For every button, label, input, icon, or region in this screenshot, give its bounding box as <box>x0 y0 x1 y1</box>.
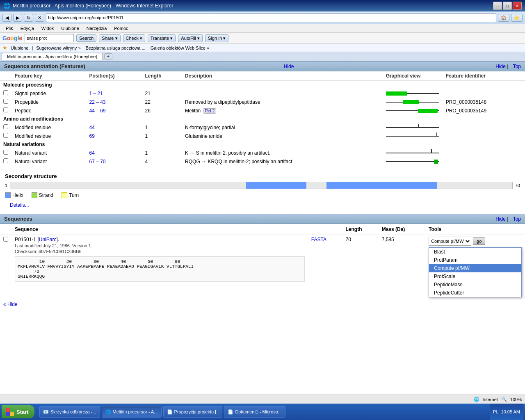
nat-variant-67-70-graph <box>383 157 443 166</box>
features-hide-link2[interactable]: Hide <box>495 64 506 69</box>
maximize-button[interactable]: □ <box>503 2 512 10</box>
dropdown-blast[interactable]: Blast <box>429 248 521 256</box>
email-link[interactable]: Bezpłatna usługa pocztowa ... <box>84 45 147 51</box>
table-row: Modified residue 69 1 Glutamine amide <box>0 132 525 140</box>
seq-checksum: Checksum: 607F52C091C23BB6 <box>15 249 305 254</box>
sequences-section-header: Sequences Hide | Top <box>0 214 525 224</box>
mod-residue-44-pos[interactable]: 44 <box>89 125 94 130</box>
details-link[interactable]: Details... <box>5 201 520 210</box>
dropdown-peptidemass[interactable]: PeptideMass <box>429 281 521 289</box>
mod-residue-69-graph <box>383 132 443 140</box>
check-button[interactable]: Check ▾ <box>123 34 145 42</box>
uniparc-link[interactable]: UniParc <box>39 237 57 242</box>
dropdown-compute-pi[interactable]: Compute pI/MW <box>429 264 521 272</box>
seq-id: P01501-1 [ <box>15 237 39 242</box>
propeptide-pos[interactable]: 22 – 43 <box>89 99 105 105</box>
mod-residue-44-checkbox[interactable] <box>3 124 8 129</box>
forward-button[interactable]: ▶ <box>13 14 22 22</box>
autofill-button[interactable]: AutoFill ▾ <box>178 34 203 42</box>
menu-narzedzia[interactable]: Narzędzia <box>83 25 110 32</box>
menu-widok[interactable]: Widok <box>38 25 57 32</box>
strand-legend: Strand <box>32 192 53 198</box>
webslice-link[interactable]: Galeria obiektów Web Slice » <box>149 45 211 51</box>
peptide-key: Peptide <box>11 106 86 115</box>
favorites-link[interactable]: Ulubione <box>9 45 30 51</box>
mod-residue-69-pos[interactable]: 69 <box>89 133 94 139</box>
new-tab-button[interactable]: + <box>104 53 112 59</box>
home-button[interactable]: 🏠 <box>498 14 509 22</box>
sequences-top-link[interactable]: Top <box>513 216 521 222</box>
signal-peptide-id <box>443 89 525 98</box>
suggested-sites-link[interactable]: Sugerowane witryny » <box>34 45 82 51</box>
ie-logo: 🌐 <box>3 2 10 9</box>
dropdown-protparam[interactable]: ProtParam <box>429 256 521 264</box>
minimize-button[interactable]: ─ <box>493 2 502 10</box>
col-checkbox <box>0 71 11 81</box>
nat-variant-67-70-checkbox[interactable] <box>3 158 8 163</box>
window-controls: ─ □ ✕ <box>493 2 522 10</box>
tools-dropdown: Blast ProtParam Compute pI/MW ProtScale … <box>429 247 522 297</box>
features-title: Sequence annotation (Features) <box>4 63 85 69</box>
tools-select[interactable]: Blast ProtParam Compute pI/MW ProtScale … <box>429 237 471 246</box>
sequences-hide-link[interactable]: Hide <box>495 216 506 222</box>
signal-peptide-len: 21 <box>142 89 182 98</box>
tools-go-button[interactable]: go <box>473 237 485 245</box>
nat-variant-64-desc: K → S in melittin 2; possibly an artifac… <box>182 148 383 157</box>
title-bar-title: 🌐 Melittin precursor - Apis mellifera (H… <box>3 2 173 9</box>
fasta-link[interactable]: FASTA <box>311 237 326 242</box>
helix-color-box <box>5 192 11 198</box>
menu-ulubione[interactable]: Ulubione <box>58 25 82 32</box>
signal-peptide-pos[interactable]: 1 – 21 <box>89 91 103 96</box>
tab-melittin[interactable]: Melittin precursor - Apis mellifera (Hon… <box>2 53 103 60</box>
nat-variant-64-pos[interactable]: 64 <box>89 150 94 156</box>
title-bar: 🌐 Melittin precursor - Apis mellifera (H… <box>0 0 525 11</box>
features-hide-link[interactable]: Hide <box>284 64 294 69</box>
back-button[interactable]: ◀ <box>2 14 11 22</box>
signal-peptide-graph <box>383 89 443 98</box>
features-top-link[interactable]: Top <box>513 64 521 69</box>
mod-residue-44-id <box>443 123 525 132</box>
table-row: P01501-1 [UniParc]. Last modified July 2… <box>0 235 525 299</box>
mod-residue-44-len: 1 <box>142 123 182 132</box>
signal-peptide-checkbox[interactable] <box>3 90 8 95</box>
google-search-input[interactable]: swiss prot <box>25 34 74 42</box>
refresh-button[interactable]: ↻ <box>24 14 33 22</box>
propeptide-checkbox[interactable] <box>3 99 8 104</box>
peptide-checkbox[interactable] <box>3 107 8 112</box>
stop-button[interactable]: ✕ <box>35 14 44 22</box>
favorites-star-icon: ★ <box>2 45 7 51</box>
peptide-pos[interactable]: 44 – 69 <box>89 108 105 114</box>
google-search-button[interactable]: Search <box>76 34 96 42</box>
nat-variant-67-70-pos[interactable]: 67 – 70 <box>89 159 105 164</box>
mod-residue-69-checkbox[interactable] <box>3 133 8 138</box>
seq-col-empty <box>308 224 342 235</box>
close-button[interactable]: ✕ <box>513 2 522 10</box>
window-title: Melittin precursor - Apis mellifera (Hon… <box>13 3 173 9</box>
helix-bar-1 <box>246 182 306 189</box>
table-row: Natural variant 64 1 K → S in melittin 2… <box>0 148 525 157</box>
sign-in-button[interactable]: Sign In ▾ <box>205 34 228 42</box>
col-length: Length <box>142 71 182 81</box>
address-input[interactable] <box>46 13 496 22</box>
nat-variant-64-checkbox[interactable] <box>3 150 8 155</box>
menu-plik[interactable]: Plik <box>2 25 16 32</box>
peptide-desc: Melittin Ref 2 <box>182 106 383 115</box>
menu-pomoc[interactable]: Pomoc <box>111 25 131 32</box>
share-button[interactable]: Share ▾ <box>99 34 120 42</box>
seq-tools-cell: Blast ProtParam Compute pI/MW ProtScale … <box>425 235 525 299</box>
propeptide-key: Propeptide <box>11 98 86 106</box>
dropdown-protscale[interactable]: ProtScale <box>429 272 521 281</box>
scale-start: 1 <box>5 183 7 188</box>
translate-button[interactable]: Translate ▾ <box>148 34 176 42</box>
hide-seq-link[interactable]: « Hide <box>3 301 18 307</box>
turn-color-box <box>62 192 67 198</box>
col-graphical-view: Graphical view <box>383 71 443 81</box>
ref2-badge[interactable]: Ref 2 <box>203 108 216 114</box>
dropdown-peptidecutter[interactable]: PeptideCutter <box>429 289 521 297</box>
seq-checkbox[interactable] <box>3 237 8 242</box>
hide-seq-row: « Hide <box>0 299 525 310</box>
favorites-button[interactable]: ⭐ <box>511 14 523 22</box>
nat-variant-67-70-len: 4 <box>142 157 182 166</box>
menu-edycja[interactable]: Edycja <box>17 25 37 32</box>
helix-legend: Helix <box>5 192 23 198</box>
